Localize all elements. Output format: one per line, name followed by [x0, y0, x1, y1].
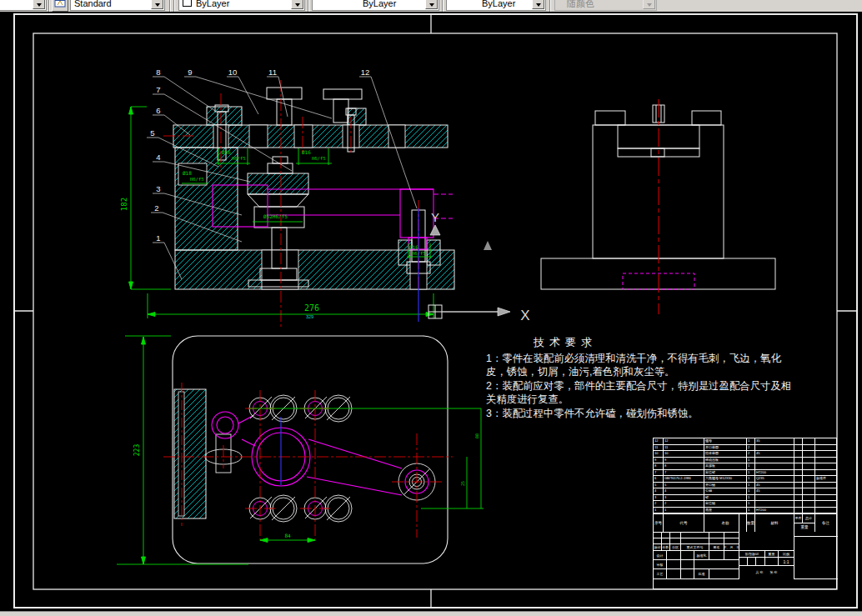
bom-cell-qty: 1: [747, 438, 755, 444]
bom-cell-total: [803, 458, 815, 463]
table-row: 8 8 支撑板 1: [654, 463, 836, 470]
bom-cell-unit: [794, 438, 803, 444]
bom-cell-qty: 1: [747, 458, 755, 463]
lineweight-combo-value: ByLayer: [482, 0, 515, 11]
bom-cell-no: 4: [654, 488, 664, 494]
x-axis-label: X: [520, 308, 529, 323]
bom-cell-name: 定位键: [704, 470, 747, 476]
bom-cell-total: [803, 476, 815, 482]
fit-label-16a: Ø16: [222, 149, 231, 155]
callout-7: 7: [156, 85, 160, 94]
callout-12: 12: [361, 68, 370, 77]
bom-cell-material: [755, 445, 794, 451]
table-row: 2 2 定位销 1: [654, 501, 836, 508]
bom-cell-remark: [815, 508, 836, 513]
dim-front-height: 182: [120, 198, 128, 211]
callout-2: 2: [154, 203, 158, 213]
bom-cell-total: [803, 483, 815, 488]
bom-cell-qty: 2: [747, 445, 755, 451]
bom-cell-total: [803, 501, 815, 507]
lineweight-combo[interactable]: ByLayer: [446, 0, 546, 11]
bom-cell-unit: [794, 483, 803, 488]
dim-plan-right-outer: 88: [474, 433, 479, 438]
lineweight-combo-arrow[interactable]: [532, 0, 544, 9]
layer-combo[interactable]: 0: [0, 0, 47, 11]
callout-10: 10: [228, 68, 238, 77]
fit-label-16c: Ø16: [409, 244, 418, 250]
dim-front-width: 276: [304, 303, 319, 313]
chevron-down-icon: [647, 3, 652, 7]
bom-cell-qty: 2: [747, 451, 755, 457]
tech-requirements-line: 3：装配过程中零件不允许磕，碰划伤和锈蚀。: [486, 407, 839, 420]
bom-cell-unit: [794, 488, 803, 494]
table-row: 6 GB/T6170.2-1986 六角螺母 M12X30 1 Q235 标准件: [654, 476, 836, 483]
tech-requirements: 技术要求 1：零件在装配前必须清理和清洗干净，不得有毛刺，飞边，氧化 皮，锈蚀，…: [486, 335, 839, 420]
plotstyle-combo-value: 随颜色: [567, 0, 594, 11]
text-style-button[interactable]: [52, 0, 68, 12]
chevron-down-icon: [155, 3, 160, 7]
bom-cell-material: Q235: [755, 476, 794, 482]
linetype-combo-arrow[interactable]: [425, 0, 438, 9]
chevron-down-icon: [37, 3, 42, 7]
callout-8: 8: [156, 68, 160, 77]
layer-combo-arrow[interactable]: [33, 0, 45, 9]
color-combo-value: ByLayer: [196, 0, 229, 11]
bom-cell-material: 45: [755, 451, 794, 457]
bom-cell-no: 3: [654, 495, 664, 501]
dim-plan-bolt-spacing: 84: [284, 533, 291, 538]
bom-cell-no: 1: [654, 508, 664, 513]
bom-cell-unit: [794, 476, 803, 482]
bom-cell-qty: 1: [747, 488, 755, 494]
tb-process: 工艺: [653, 568, 667, 579]
bom-cell-code: 8: [664, 463, 704, 469]
tech-requirements-title: 技术要求: [534, 335, 839, 350]
color-combo[interactable]: ByLayer: [178, 0, 305, 11]
y-axis-label: Y: [431, 210, 439, 224]
tb-drawing-number-box: [794, 513, 838, 537]
tb-sheet-total: 共 张: [755, 570, 763, 574]
color-swatch-icon: [183, 0, 192, 7]
bom-cell-qty: 1: [747, 501, 755, 507]
bom-cell-code: GB/T6170.2-1986: [664, 476, 704, 482]
table-row: 12 12 螺母 1 35: [654, 438, 836, 445]
color-combo-arrow[interactable]: [291, 0, 303, 9]
style-combo-arrow[interactable]: [151, 0, 163, 9]
bom-cell-unit: [794, 470, 803, 476]
bom-cell-material: 45: [755, 488, 794, 494]
bom-cell-code: 12: [664, 438, 704, 444]
coord-note: 329: [306, 314, 313, 319]
bom-cell-material: [755, 501, 794, 507]
bom-cell-unit: [794, 445, 803, 451]
bom-cell-remark: [815, 470, 836, 476]
bom-cell-remark: [815, 488, 836, 494]
table-row: 1 1 底座 1 HT200: [654, 508, 836, 514]
bom-cell-no: 8: [654, 463, 664, 469]
bom-cell-remark: [815, 501, 836, 507]
bom-cell-material: [755, 458, 794, 463]
style-combo[interactable]: Standard: [70, 0, 165, 11]
dim-plan-right-inner: 25: [460, 481, 465, 486]
bom-cell-total: [803, 445, 815, 451]
chevron-down-icon: [295, 3, 300, 7]
bom-cell-name: 特殊垫圈: [704, 451, 747, 457]
bom-cell-unit: [794, 495, 803, 501]
callout-11: 11: [268, 68, 277, 77]
bom-cell-no: 5: [654, 483, 664, 488]
callout-1: 1: [156, 233, 160, 243]
bom-cell-total: [803, 438, 815, 444]
fit-label-18: Ø18: [183, 170, 192, 176]
bom-cell-name: 六角螺母 M12X30: [704, 476, 747, 482]
bom-cell-material: HT200: [755, 470, 794, 476]
bom-cell-unit: [794, 463, 803, 469]
command-bar-strip: [0, 611, 862, 616]
bom-cell-total: [803, 488, 815, 494]
bom-cell-code: 11: [664, 445, 704, 451]
bom-cell-no: 10: [654, 451, 664, 457]
callout-5: 5: [150, 128, 154, 138]
table-row: 3 3 键 1: [654, 495, 836, 502]
table-row: 9 9 移动压板 1: [654, 458, 836, 464]
style-combo-value: Standard: [74, 0, 112, 11]
bom-cell-name: 螺母: [704, 438, 747, 444]
linetype-combo[interactable]: ByLayer: [312, 0, 439, 11]
table-row: 10 10 特殊垫圈 2 45: [654, 451, 836, 458]
